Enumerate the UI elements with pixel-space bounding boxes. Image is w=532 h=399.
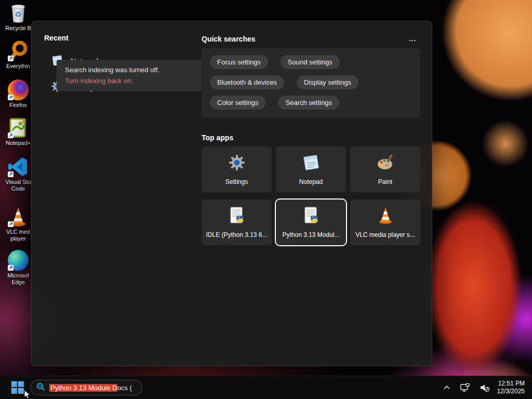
quick-search-pill[interactable]: Search settings bbox=[278, 96, 339, 110]
search-query-rest-text: ocs ( bbox=[117, 384, 132, 392]
microsoft-edge-icon bbox=[7, 249, 29, 271]
desktop-icon-edge[interactable]: Microsof Edge bbox=[1, 249, 35, 286]
quick-search-pill[interactable]: Color settings bbox=[210, 96, 265, 110]
quick-search-pill[interactable]: Focus settings bbox=[210, 55, 268, 69]
system-tray: 12:51 PM 12/3/2025 bbox=[441, 380, 532, 395]
desktop-icon-column: ♻ Recycle B Everythin Firefox bbox=[1, 2, 35, 293]
desktop-icon-label: Firefox bbox=[9, 102, 27, 109]
quick-search-pill[interactable]: Bluetooth & devices bbox=[210, 75, 284, 89]
tile-label: Python 3.13 Modul... bbox=[282, 231, 339, 238]
desktop-icon-label: Microsof Edge bbox=[2, 272, 35, 286]
top-apps-title: Top apps bbox=[202, 134, 420, 142]
everything-icon bbox=[7, 40, 29, 62]
quick-searches-title: Quick searches bbox=[202, 35, 256, 43]
taskbar: Python 3.13 Module Docs ( 12:51 PM 12/3/… bbox=[0, 376, 532, 399]
clock-datetime[interactable]: 12:51 PM 12/3/2025 bbox=[497, 380, 526, 395]
top-app-tile-vlc[interactable]: VLC media player s... bbox=[350, 200, 420, 245]
top-app-tile-paint[interactable]: Paint bbox=[350, 147, 420, 192]
quick-searches-section: Quick searches ... Focus settings Sound … bbox=[202, 34, 420, 245]
search-query-selected-text: Python 3.13 Module D bbox=[49, 384, 117, 392]
firefox-icon bbox=[7, 79, 29, 101]
paint-palette-icon bbox=[376, 153, 395, 174]
desktop-icon-label: Everythin bbox=[6, 63, 30, 70]
shortcut-arrow-icon bbox=[8, 265, 14, 271]
svg-text:♻: ♻ bbox=[15, 10, 21, 19]
tile-label: Settings bbox=[225, 178, 248, 185]
desktop-icon-vlc[interactable]: VLC med player bbox=[1, 206, 35, 242]
desktop-icon-visual-studio-code[interactable]: Visual Stu Code bbox=[1, 156, 35, 192]
desktop-icon-firefox[interactable]: Firefox bbox=[1, 79, 35, 109]
notepad-icon bbox=[302, 153, 321, 174]
turn-indexing-on-link[interactable]: Turn indexing back on. bbox=[65, 77, 202, 85]
quick-searches-card: Focus settings Sound settings Bluetooth … bbox=[202, 48, 420, 118]
top-app-tile-settings[interactable]: Settings bbox=[202, 147, 272, 192]
search-icon bbox=[36, 382, 45, 393]
recent-section: Recent Notepad bbox=[44, 34, 200, 100]
notepad-plus-plus-icon bbox=[7, 117, 29, 139]
network-icon[interactable] bbox=[458, 381, 472, 394]
top-app-tile-notepad[interactable]: Notepad bbox=[276, 147, 346, 192]
tile-label: Paint bbox=[378, 178, 392, 185]
indexing-notice: Search indexing was turned off. Turn ind… bbox=[57, 60, 210, 91]
recycle-bin-icon: ♻ bbox=[7, 2, 29, 24]
shortcut-arrow-icon bbox=[8, 56, 14, 61]
top-app-tile-idle-python[interactable]: IDLE (Python 3.13 6... bbox=[202, 200, 272, 245]
visual-studio-code-icon bbox=[7, 156, 29, 178]
search-flyout-panel: Recent Notepad bbox=[31, 21, 432, 366]
volume-muted-icon[interactable] bbox=[477, 381, 492, 394]
clock-date: 12/3/2025 bbox=[497, 388, 525, 395]
more-options-button[interactable]: ... bbox=[405, 34, 420, 44]
tile-label: IDLE (Python 3.13 6... bbox=[206, 231, 267, 238]
desktop-icon-label: Recycle B bbox=[5, 25, 31, 32]
desktop-icon-notepad-plus-plus[interactable]: Notepad+ bbox=[1, 117, 35, 147]
desktop-icon-everything[interactable]: Everythin bbox=[1, 40, 35, 70]
desktop-icon-label: VLC med player bbox=[2, 229, 35, 242]
settings-gear-icon bbox=[228, 153, 246, 174]
top-apps-grid: Settings Notepad bbox=[202, 147, 420, 245]
quick-search-pill[interactable]: Display settings bbox=[297, 75, 358, 89]
python-document-icon bbox=[228, 206, 246, 227]
shortcut-arrow-icon bbox=[8, 171, 14, 177]
start-button[interactable] bbox=[7, 377, 28, 398]
desktop-icon-label: Notepad+ bbox=[6, 140, 31, 147]
desktop-icon-recycle-bin[interactable]: ♻ Recycle B bbox=[1, 2, 35, 32]
recent-title: Recent bbox=[44, 34, 200, 42]
top-app-tile-python-module-docs[interactable]: Python 3.13 Modul... bbox=[276, 200, 346, 245]
quick-search-pill[interactable]: Sound settings bbox=[281, 55, 340, 69]
shortcut-arrow-icon bbox=[8, 95, 14, 100]
vlc-icon bbox=[7, 206, 29, 228]
shortcut-arrow-icon bbox=[8, 132, 14, 138]
python-document-icon bbox=[302, 206, 321, 227]
tray-overflow-chevron-icon[interactable] bbox=[441, 383, 453, 392]
clock-time: 12:51 PM bbox=[497, 380, 525, 388]
windows-logo-icon bbox=[11, 381, 24, 394]
taskbar-search-input[interactable]: Python 3.13 Module Docs ( bbox=[30, 380, 142, 395]
indexing-message: Search indexing was turned off. bbox=[65, 66, 202, 74]
tile-label: VLC media player s... bbox=[355, 231, 415, 238]
vlc-cone-icon bbox=[376, 206, 395, 227]
shortcut-arrow-icon bbox=[8, 221, 14, 227]
desktop-icon-label: Visual Stu Code bbox=[2, 179, 35, 192]
search-query-text: Python 3.13 Module Docs ( bbox=[49, 384, 132, 392]
tile-label: Notepad bbox=[299, 178, 323, 185]
